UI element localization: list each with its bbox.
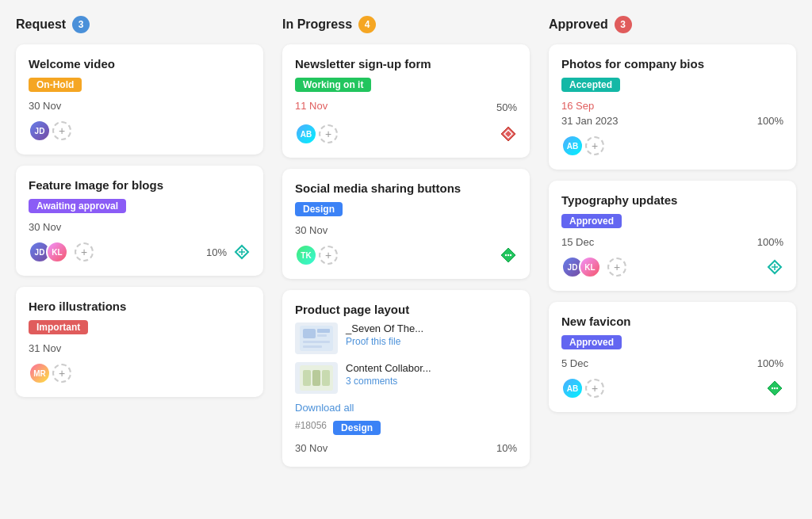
tag-accepted: Accepted <box>561 78 620 92</box>
svg-rect-19 <box>322 370 330 386</box>
add-assignee-hero[interactable]: + <box>52 364 71 383</box>
diamond-icon-newsletter <box>500 125 517 143</box>
date-product-page: 30 Nov <box>295 442 327 454</box>
column-in-progress: In Progress 4 Newsletter sign-up form Wo… <box>282 16 530 478</box>
card-title-feature-image: Feature Image for blogs <box>29 178 251 192</box>
card-title-newsletter: Newsletter sign-up form <box>295 57 517 71</box>
date-hero: 31 Nov <box>29 342 251 354</box>
footer-feature-image: JD KL + 10% <box>29 241 251 263</box>
file-row-1: _Seven Of The... Proof this file <box>295 322 517 354</box>
add-assignee-favicon[interactable]: + <box>585 379 604 398</box>
column-approved: Approved 3 Photos for company bios Accep… <box>549 16 796 478</box>
tag-approved-typography: Approved <box>561 214 622 228</box>
add-assignee-social-media[interactable]: + <box>319 246 338 265</box>
column-header-in-progress: In Progress 4 <box>282 16 530 33</box>
svg-point-25 <box>774 387 776 389</box>
comments-link[interactable]: 3 comments <box>346 376 431 387</box>
svg-point-24 <box>772 387 773 389</box>
avatar-sm-1: TK <box>295 244 317 266</box>
date-red-photos: 16 Sep <box>561 100 783 112</box>
file-thumb-2 <box>295 362 338 394</box>
badge-approved: 3 <box>615 16 632 33</box>
card-newsletter: Newsletter sign-up form Working on it 11… <box>282 44 530 158</box>
svg-point-9 <box>510 254 511 256</box>
footer-hero: MR + <box>29 362 251 384</box>
footer-favicon: AB + <box>561 377 783 399</box>
svg-point-7 <box>505 254 507 256</box>
card-feature-image: Feature Image for blogs Awaiting approva… <box>16 166 263 276</box>
svg-point-8 <box>508 254 509 256</box>
card-typography: Typography updates Approved 15 Dec 100% … <box>549 181 796 291</box>
card-product-page: Product page layout _Seven Of The... Pro… <box>282 290 530 467</box>
percent-typography: 100% <box>757 236 783 248</box>
add-assignee-newsletter[interactable]: + <box>319 124 338 143</box>
avatar-hero-1: MR <box>29 362 51 384</box>
diamond-icon-social-media <box>500 246 517 264</box>
avatars-typography: JD KL + <box>561 256 626 278</box>
card-title-favicon: New favicon <box>561 315 783 328</box>
proof-this-file-link[interactable]: Proof this file <box>346 336 423 347</box>
add-assignee-typography[interactable]: + <box>607 258 626 277</box>
column-title-request: Request <box>16 17 66 32</box>
column-title-in-progress: In Progress <box>282 17 352 32</box>
svg-rect-18 <box>312 370 320 386</box>
avatars-feature-image: JD KL + <box>29 241 94 263</box>
add-assignee-welcome-video[interactable]: + <box>52 121 71 140</box>
column-header-approved: Approved 3 <box>549 16 796 33</box>
diamond-icon-favicon <box>766 380 783 397</box>
avatars-photos: AB + <box>561 135 604 157</box>
file-name-1: _Seven Of The... <box>346 322 423 334</box>
percent-feature-image: 10% <box>206 246 227 258</box>
card-title-photos: Photos for company bios <box>561 57 783 71</box>
date-newsletter: 11 Nov <box>295 100 327 112</box>
card-title-product-page: Product page layout <box>295 303 517 316</box>
svg-rect-12 <box>317 329 330 333</box>
tag-design-product: Design <box>333 421 381 435</box>
card-social-media: Social media sharing buttons Design 30 N… <box>282 169 530 279</box>
tag-important: Important <box>29 320 88 334</box>
add-assignee-photos[interactable]: + <box>585 136 604 155</box>
avatars-social-media: TK + <box>295 244 338 266</box>
card-title-welcome-video: Welcome video <box>29 57 251 71</box>
avatars-hero: MR + <box>29 362 71 384</box>
file-info-1: _Seven Of The... Proof this file <box>346 322 423 347</box>
add-assignee-feature-image[interactable]: + <box>75 242 94 261</box>
percent-product-page: 10% <box>496 442 517 454</box>
svg-rect-17 <box>303 370 311 386</box>
footer-typography: JD KL + <box>561 256 783 278</box>
tag-on-hold: On-Hold <box>29 78 82 92</box>
file-row-2: Content Collabor... 3 comments <box>295 362 517 394</box>
tag-approved-favicon: Approved <box>561 335 622 349</box>
footer-welcome-video: JD + <box>29 120 251 142</box>
card-title-hero: Hero illustrations <box>29 300 251 313</box>
date-welcome-video: 30 Nov <box>29 100 251 112</box>
avatars-welcome-video: JD + <box>29 120 71 142</box>
footer-social-media: TK + <box>295 244 517 266</box>
download-all-link[interactable]: Download all <box>295 402 517 414</box>
avatar-fi-2: KL <box>46 241 68 263</box>
svg-rect-11 <box>303 329 316 338</box>
footer-photos: AB + <box>561 135 783 157</box>
file-thumb-1 <box>295 322 338 354</box>
avatar-1: JD <box>29 120 51 142</box>
svg-point-26 <box>776 387 778 389</box>
svg-rect-14 <box>303 341 330 343</box>
avatars-newsletter: AB + <box>295 123 338 145</box>
card-title-social-media: Social media sharing buttons <box>295 181 517 195</box>
card-hero-illustrations: Hero illustrations Important 31 Nov MR + <box>16 287 263 397</box>
avatar-nl-1: AB <box>295 123 317 145</box>
avatar-ph-1: AB <box>561 135 584 157</box>
avatar-fav-1: AB <box>561 377 584 399</box>
card-photos-company: Photos for company bios Accepted 16 Sep … <box>549 44 796 170</box>
badge-in-progress: 4 <box>358 16 376 33</box>
card-new-favicon: New favicon Approved 5 Dec 100% AB + <box>549 302 796 412</box>
tag-awaiting-approval: Awaiting approval <box>29 199 126 213</box>
footer-newsletter: AB + <box>295 123 517 145</box>
avatar-ty-2: KL <box>579 256 601 278</box>
date-favicon: 5 Dec <box>561 357 588 369</box>
tag-design-social: Design <box>295 202 343 216</box>
badge-request: 3 <box>72 16 90 33</box>
svg-rect-15 <box>303 345 322 348</box>
svg-rect-13 <box>317 334 327 337</box>
kanban-board: Request 3 Welcome video On-Hold 30 Nov J… <box>16 16 796 478</box>
